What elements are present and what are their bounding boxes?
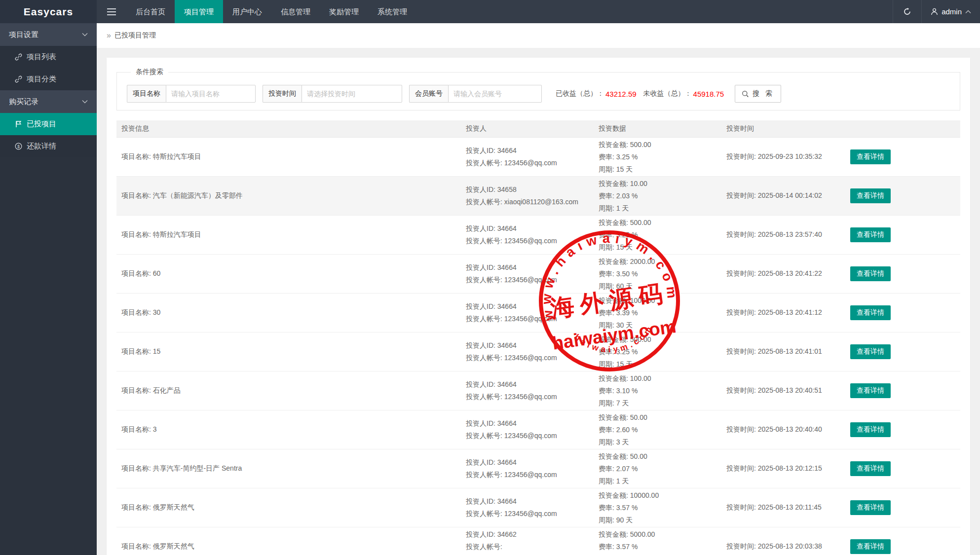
invest-amount: 投资金额: 100.00 <box>599 372 716 385</box>
investor-account: 投资人帐号: 123456@qq.com <box>466 352 589 364</box>
sidebar-item-repayment-details[interactable]: $ 还款详情 <box>0 135 97 157</box>
investor-account: 投资人帐号: 123456@qq.com <box>466 391 589 403</box>
nav-item-reward-management[interactable]: 奖励管理 <box>320 0 368 23</box>
investor-id: 投资人ID: 34664 <box>466 222 589 235</box>
table-body: 项目名称: 特斯拉汽车项目 投资人ID: 34664 投资人帐号: 123456… <box>116 138 960 555</box>
view-detail-button[interactable]: 查看详情 <box>850 305 891 320</box>
table-row: 项目名称: 30 投资人ID: 34664 投资人帐号: 123456@qq.c… <box>116 294 960 333</box>
view-detail-button[interactable]: 查看详情 <box>850 266 891 281</box>
unearned-total-value: 45918.75 <box>693 90 724 98</box>
user-menu[interactable]: admin <box>921 0 980 23</box>
invest-amount: 投资金额: 500.00 <box>599 217 716 229</box>
chevron-down-icon <box>82 33 88 37</box>
table-row: 项目名称: 石化产品 投资人ID: 34664 投资人帐号: 123456@qq… <box>116 371 960 410</box>
refresh-icon <box>903 7 911 16</box>
col-header-actions <box>850 120 960 138</box>
admin-app: Easycars 后台首页 项目管理 用户中心 信息管理 奖励管理 系统管理 <box>0 0 980 555</box>
investor-id: 投资人ID: 34664 <box>466 261 589 274</box>
invest-rate: 费率: 3.50 % <box>599 268 716 280</box>
invest-amount: 投资金额: 1000.00 <box>599 295 716 307</box>
sidebar-item-invested-projects[interactable]: 已投项目 <box>0 113 97 135</box>
refresh-button[interactable] <box>893 0 921 23</box>
nav-item-project-management[interactable]: 项目管理 <box>175 0 223 23</box>
search-icon <box>742 90 749 98</box>
invest-time: 投资时间: 2025-08-13 20:03:38 <box>726 542 822 550</box>
earned-total-label: 已收益（总）： <box>556 89 604 98</box>
investor-id: 投资人ID: 34664 <box>466 300 589 313</box>
sidebar-group-project-settings[interactable]: 项目设置 <box>0 23 97 46</box>
top-navbar: Easycars 后台首页 项目管理 用户中心 信息管理 奖励管理 系统管理 <box>0 0 980 23</box>
earned-total: 已收益（总）： 43212.59 <box>556 89 637 98</box>
col-header-invest-data: 投资数据 <box>594 120 721 138</box>
invest-time-label: 投资时间 <box>263 85 302 103</box>
table-row: 项目名称: 共享汽车-简约型-日产 Sentra 投资人ID: 34664 投资… <box>116 449 960 488</box>
sidebar-item-label: 项目列表 <box>27 52 56 62</box>
view-detail-button[interactable]: 查看详情 <box>850 500 891 515</box>
project-name-input[interactable] <box>166 85 256 103</box>
menu-toggle-button[interactable] <box>97 0 126 23</box>
project-name: 项目名称: 俄罗斯天然气 <box>121 503 194 511</box>
invest-rate: 费率: 3.57 % <box>599 541 716 553</box>
invest-time: 投资时间: 2025-08-13 20:11:45 <box>726 503 822 511</box>
member-account-field-group: 会员账号 <box>409 85 542 103</box>
project-name: 项目名称: 共享汽车-简约型-日产 Sentra <box>121 464 242 472</box>
project-name: 项目名称: 30 <box>121 308 160 316</box>
link-icon <box>15 75 22 83</box>
sidebar-item-label: 项目分类 <box>27 74 56 84</box>
view-detail-button[interactable]: 查看详情 <box>850 188 891 203</box>
search-button[interactable]: 搜 索 <box>735 85 781 103</box>
invest-rate: 费率: 2.07 % <box>599 463 716 475</box>
table-row: 项目名称: 15 投资人ID: 34664 投资人帐号: 123456@qq.c… <box>116 333 960 371</box>
project-name-field-group: 项目名称 <box>127 85 256 103</box>
project-name: 项目名称: 3 <box>121 425 157 433</box>
nav-item-dashboard[interactable]: 后台首页 <box>126 0 175 23</box>
invest-period: 周期: 90 天 <box>599 553 716 555</box>
invest-time: 投资时间: 2025-08-14 00:14:02 <box>726 191 822 199</box>
invest-rate: 费率: 3.25 % <box>599 346 716 358</box>
investor-account: 投资人帐号: xiaoqi081120@163.com <box>466 196 589 208</box>
breadcrumb: » 已投项目管理 <box>97 23 980 48</box>
top-menu: 后台首页 项目管理 用户中心 信息管理 奖励管理 系统管理 <box>126 0 416 23</box>
invest-period: 周期: 1 天 <box>599 202 716 215</box>
invest-amount: 投资金额: 5000.00 <box>599 528 716 541</box>
view-detail-button[interactable]: 查看详情 <box>850 539 891 554</box>
view-detail-button[interactable]: 查看详情 <box>850 422 891 437</box>
view-detail-button[interactable]: 查看详情 <box>850 383 891 398</box>
invest-time: 投资时间: 2025-08-13 20:41:01 <box>726 347 822 355</box>
invest-time: 投资时间: 2025-08-13 20:41:12 <box>726 308 822 316</box>
invest-rate: 费率: 3.25 % <box>599 151 716 163</box>
sidebar-item-project-category[interactable]: 项目分类 <box>0 68 97 90</box>
sidebar-group-purchase-records[interactable]: 购买记录 <box>0 90 97 113</box>
invest-amount: 投资金额: 10.00 <box>599 178 716 190</box>
invest-period: 周期: 30 天 <box>599 319 716 332</box>
invest-period: 周期: 3 天 <box>599 436 716 448</box>
repay-dollar-icon: $ <box>15 143 22 150</box>
invest-amount: 投资金额: 500.00 <box>599 139 716 151</box>
nav-item-system-management[interactable]: 系统管理 <box>368 0 416 23</box>
table-row: 项目名称: 3 投资人ID: 34664 投资人帐号: 123456@qq.co… <box>116 410 960 449</box>
sidebar-item-project-list[interactable]: 项目列表 <box>0 46 97 68</box>
investor-id: 投资人ID: 34664 <box>466 495 589 508</box>
username: admin <box>942 7 962 16</box>
sidebar-group-label: 项目设置 <box>9 30 38 39</box>
invest-time-input[interactable] <box>302 85 402 103</box>
view-detail-button[interactable]: 查看详情 <box>850 344 891 359</box>
nav-item-user-center[interactable]: 用户中心 <box>223 0 271 23</box>
invest-time: 投资时间: 2025-08-13 20:12:15 <box>726 464 822 472</box>
view-detail-button[interactable]: 查看详情 <box>850 149 891 164</box>
investor-account: 投资人帐号: 123456@qq.com <box>466 469 589 481</box>
investor-id: 投资人ID: 34664 <box>466 378 589 391</box>
invest-rate: 费率: 3.39 % <box>599 307 716 319</box>
invest-rate: 费率: 2.60 % <box>599 424 716 436</box>
investor-id: 投资人ID: 34664 <box>466 339 589 352</box>
member-account-label: 会员账号 <box>409 85 448 103</box>
view-detail-button[interactable]: 查看详情 <box>850 227 891 242</box>
nav-item-info-management[interactable]: 信息管理 <box>271 0 320 23</box>
view-detail-button[interactable]: 查看详情 <box>850 461 891 476</box>
invest-time-field-group: 投资时间 <box>263 85 402 103</box>
invest-time: 投资时间: 2025-08-13 20:40:51 <box>726 386 822 394</box>
member-account-input[interactable] <box>448 85 542 103</box>
col-header-investor: 投资人 <box>461 120 594 138</box>
hamburger-icon <box>107 8 116 9</box>
table-row: 项目名称: 汽车（新能源汽车）及零部件 投资人ID: 34658 投资人帐号: … <box>116 177 960 216</box>
